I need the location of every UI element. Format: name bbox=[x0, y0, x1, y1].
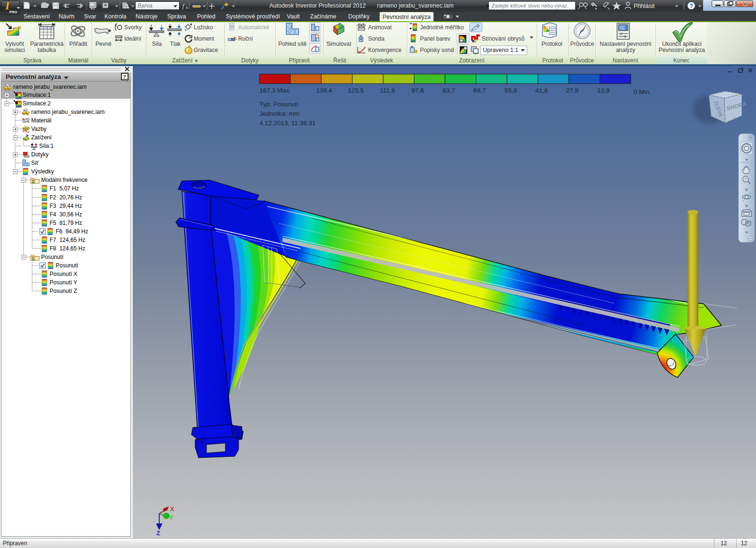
svg-text:F1 5,07 Hz: F1 5,07 Hz bbox=[50, 185, 79, 192]
svg-text:55,8: 55,8 bbox=[505, 87, 517, 94]
svg-text:Y: Y bbox=[169, 514, 173, 521]
svg-text:Materiál: Materiál bbox=[31, 117, 52, 124]
svg-text:F2 20,76 Hz: F2 20,76 Hz bbox=[50, 194, 82, 201]
svg-text:F4 30,56 Hz: F4 30,56 Hz bbox=[50, 211, 82, 218]
svg-text:x: x bbox=[185, 5, 188, 10]
svg-text:Simulace:2: Simulace:2 bbox=[23, 100, 51, 107]
svg-text:0 Min.: 0 Min. bbox=[634, 88, 651, 95]
svg-text:Simulace:1: Simulace:1 bbox=[23, 92, 51, 98]
svg-text:Síť: Síť bbox=[31, 160, 39, 166]
svg-text:Posunutí X: Posunutí X bbox=[50, 271, 77, 277]
svg-text:83,7: 83,7 bbox=[443, 87, 455, 94]
svg-text:Výsledky: Výsledky bbox=[31, 168, 54, 175]
svg-text:X: X bbox=[170, 505, 174, 513]
svg-text:13,9: 13,9 bbox=[597, 87, 610, 94]
svg-text:97,6: 97,6 bbox=[412, 87, 424, 94]
svg-text:Posunutí Z: Posunutí Z bbox=[50, 288, 77, 294]
svg-text:?: ? bbox=[123, 73, 126, 80]
svg-text:69,7: 69,7 bbox=[473, 87, 486, 94]
svg-text:F3 29,44 Hz: F3 29,44 Hz bbox=[50, 203, 82, 209]
svg-text:Posunutí: Posunutí bbox=[56, 262, 78, 269]
svg-text:rameno jerabu_svarenec.iam: rameno jerabu_svarenec.iam bbox=[13, 84, 86, 90]
svg-text:Zatížení: Zatížení bbox=[31, 134, 52, 141]
svg-text:167,3 Max.: 167,3 Max. bbox=[259, 87, 291, 94]
svg-text:Dotyky: Dotyky bbox=[31, 151, 49, 158]
svg-text:F8 124,65 Hz: F8 124,65 Hz bbox=[50, 245, 85, 252]
svg-text:139,4: 139,4 bbox=[316, 87, 332, 94]
svg-text:125,5: 125,5 bbox=[348, 87, 364, 94]
svg-text:Přihlásit: Přihlásit bbox=[634, 3, 655, 9]
svg-text:41,8: 41,8 bbox=[535, 87, 548, 94]
svg-text:Jednotka: mm: Jednotka: mm bbox=[259, 110, 300, 117]
svg-text:Síla:1: Síla:1 bbox=[39, 143, 54, 149]
svg-text:Posunutí Y: Posunutí Y bbox=[50, 279, 77, 286]
svg-text:rameno jerabu_svarenec.iam: rameno jerabu_svarenec.iam bbox=[31, 109, 104, 115]
svg-text:4.12.2013, 11:36:31: 4.12.2013, 11:36:31 bbox=[259, 120, 316, 127]
svg-text:?: ? bbox=[689, 2, 693, 9]
svg-text:F6 94,49 Hz: F6 94,49 Hz bbox=[56, 228, 88, 235]
svg-text:Z: Z bbox=[156, 530, 160, 537]
svg-text:F5 81,79 Hz: F5 81,79 Hz bbox=[50, 220, 82, 226]
svg-text:Upraveno 1:1: Upraveno 1:1 bbox=[483, 47, 518, 53]
svg-text:f: f bbox=[182, 2, 185, 9]
svg-text:Typ: Posunutí: Typ: Posunutí bbox=[259, 101, 299, 108]
svg-text:F7 124,65 Hz: F7 124,65 Hz bbox=[50, 237, 85, 243]
svg-text:Posunutí: Posunutí bbox=[41, 254, 64, 260]
svg-text:27,9: 27,9 bbox=[566, 87, 578, 94]
svg-text:111,6: 111,6 bbox=[380, 87, 395, 94]
svg-text:Modální frekvence: Modální frekvence bbox=[41, 177, 87, 183]
svg-text:Vazby: Vazby bbox=[31, 126, 46, 132]
